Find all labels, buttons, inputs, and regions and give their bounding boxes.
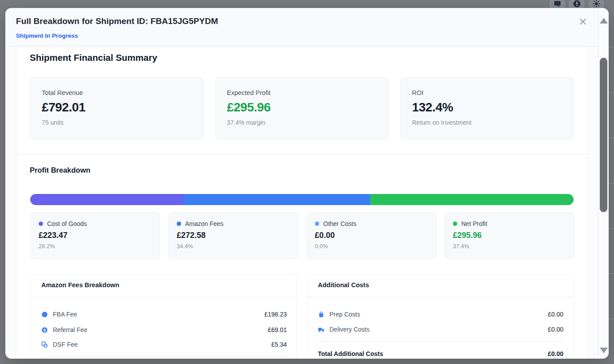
legend-dot-purple [39,222,43,226]
svg-text:$: $ [44,328,46,332]
card-label: ROI [412,89,562,96]
circle-dot-icon [41,311,48,318]
bar-segment-cost-of-goods [30,194,183,205]
shipment-status-link[interactable]: Shipment In Progress [16,32,78,39]
card-label: Net Profit [461,220,487,227]
card-subtext: Return on Investment [412,119,562,126]
expected-profit-card: Expected Profit £295.96 37.4% margin [215,77,389,139]
card-percent: 0.0% [315,243,428,249]
roi-card: ROI 132.4% Return on Investment [400,77,574,139]
row-divider [41,356,287,356]
fee-value: £198.23 [264,311,287,318]
card-value: £223.47 [39,231,152,240]
modal-title: Full Breakdown for Shipment ID: FBA15JG5… [16,16,218,26]
amazon-fees-breakdown-panel: Amazon Fees Breakdown FBA Fee £198.23 $ [30,274,297,359]
scrollbar-track[interactable] [598,8,609,359]
card-label: Other Costs [323,220,357,227]
copy-icon [41,341,48,348]
card-subtext: 37.4% margin [227,119,377,126]
card-value: £792.01 [42,100,192,115]
card-percent: 37.4% [453,243,566,249]
section-title-financial-summary: Shipment Financial Summary [30,52,157,63]
close-button[interactable]: ✕ [576,15,590,28]
legend-dot-blue [177,222,181,226]
modal-body: Shipment Financial Summary Total Revenue… [5,47,598,359]
page-behind-right-strip [609,0,614,364]
fee-row-referral: $ Referral Fee £69.01 [41,325,287,335]
fee-label: FBA Fee [53,311,77,318]
card-label: Amazon Fees [185,220,223,227]
bar-segment-net-profit [370,194,574,205]
panel-divider [307,297,573,297]
card-value: £295.96 [227,100,377,115]
shipment-breakdown-modal: Full Breakdown for Shipment ID: FBA15JG5… [5,8,609,359]
fee-label: DSF Fee [53,341,78,348]
total-revenue-card: Total Revenue £792.01 75 units [30,77,204,139]
section-title-profit-breakdown: Profit Breakdown [30,166,91,174]
cost-value: £0.00 [548,311,563,318]
legend-dot-lightblue [315,222,319,226]
card-value: £295.96 [453,231,566,240]
screen: Full Breakdown for Shipment ID: FBA15JG5… [0,0,614,364]
close-icon: ✕ [578,17,587,27]
cost-label: Prep Costs [329,311,360,318]
card-value: 132.4% [412,100,562,115]
card-value: £272.58 [177,231,290,240]
cost-of-goods-card: Cost of Goods £223.47 28.2% [30,212,160,259]
panel-divider [31,297,297,297]
net-profit-card: Net Profit £295.96 37.4% [444,212,574,259]
scrollbar-up-button[interactable] [600,18,608,24]
truck-icon [318,326,325,333]
cost-label: Delivery Costs [329,326,369,333]
row-divider [318,341,563,342]
content-card: Shipment Financial Summary Total Revenue… [16,47,588,359]
fee-value: £69.01 [268,326,287,333]
card-label: Total Revenue [42,89,192,96]
fee-label: Referral Fee [53,326,87,333]
card-percent: 28.2% [39,243,152,249]
fee-row-dsf: DSF Fee £5.34 [41,340,287,349]
cost-value: £0.00 [548,326,563,333]
legend-dot-green [453,222,457,226]
scrollbar-down-button[interactable] [600,348,608,353]
card-value: £0.00 [315,231,428,240]
card-label: Cost of Goods [47,220,87,227]
panel-title: Additional Costs [318,281,369,289]
card-percent: 34.4% [177,243,290,249]
total-additional-costs-row: Total Additional Costs £0.00 [318,349,563,359]
fee-row-fba: FBA Fee £198.23 [41,309,287,319]
cost-row-prep: Prep Costs £0.00 [318,309,563,319]
shopping-bag-icon [318,311,325,318]
profit-stacked-bar [30,194,574,205]
cost-row-delivery: Delivery Costs £0.00 [318,324,563,334]
additional-costs-panel: Additional Costs Prep Costs £0.00 Del [307,274,574,359]
modal-header: Full Breakdown for Shipment ID: FBA15JG5… [5,8,598,47]
total-label: Total Additional Costs [318,350,383,357]
section-divider [16,154,588,154]
total-value: £0.00 [548,350,563,357]
fee-value: £5.34 [271,341,287,348]
bar-segment-amazon-fees [183,194,370,205]
panel-title: Amazon Fees Breakdown [41,281,119,289]
other-costs-card: Other Costs £0.00 0.0% [306,212,436,259]
scrollbar-thumb[interactable] [600,58,607,212]
card-label: Expected Profit [227,89,377,96]
amazon-fees-card: Amazon Fees £272.58 34.4% [168,212,298,259]
dollar-circle-icon: $ [41,327,48,333]
card-subtext: 75 units [42,119,192,126]
